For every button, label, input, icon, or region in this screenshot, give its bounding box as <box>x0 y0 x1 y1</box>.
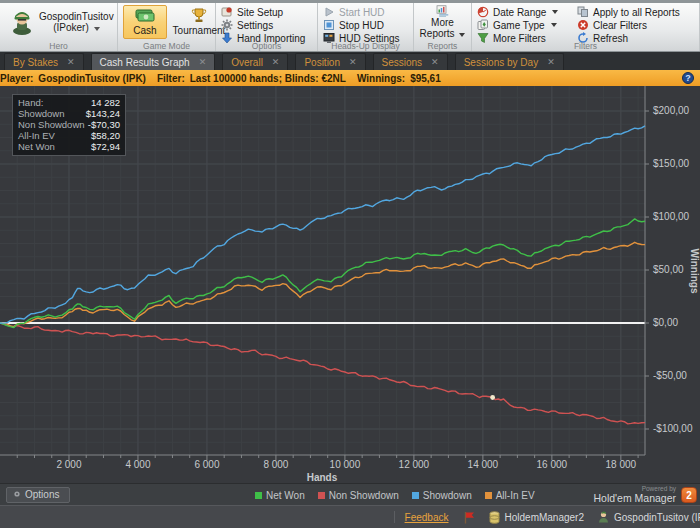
report-tab-by-stakes[interactable]: By Stakes ✕ <box>4 53 84 70</box>
svg-text:Hands: Hands <box>307 472 338 483</box>
legend-item: All-In EV <box>485 490 535 501</box>
report-tab-label: Sessions by Day <box>464 57 538 68</box>
date-range-button[interactable]: Date Range <box>477 6 567 18</box>
stop-hud-icon <box>323 19 335 31</box>
ribbon-group-label-hud: Heads-Up Display <box>318 41 413 51</box>
settings-button[interactable]: Settings <box>221 19 305 31</box>
apply-to-all-reports-button[interactable]: Apply to all Reports <box>577 6 695 18</box>
database-item[interactable]: HoldemManager2 <box>489 511 585 524</box>
legend-label: Net Won <box>266 490 305 501</box>
svg-text:6 000: 6 000 <box>194 459 219 470</box>
powered-by: Powered by Hold'em Manager <box>593 485 676 504</box>
date-range-label: Date Range <box>493 7 546 18</box>
ribbon-group-label-reports: Reports <box>414 41 471 51</box>
cash-button[interactable]: Cash <box>123 5 167 39</box>
svg-text:$200,00: $200,00 <box>653 105 690 116</box>
more-reports-label-1: More <box>431 17 454 28</box>
svg-text:2 000: 2 000 <box>56 459 81 470</box>
report-tab-overall[interactable]: Overall ✕ <box>222 53 288 70</box>
date-range-icon <box>477 6 489 18</box>
report-tab-sessions-by-day[interactable]: Sessions by Day ✕ <box>455 53 564 70</box>
hover-marker-dot <box>490 395 495 400</box>
ribbon-group-reports: More Reports Reports <box>414 3 472 51</box>
flag-item[interactable] <box>463 511 475 524</box>
tab-close-icon[interactable]: ✕ <box>67 57 75 67</box>
apply-to-all-reports-icon <box>577 6 589 18</box>
hover-stat-value: 14 282 <box>91 97 120 108</box>
hover-stats-row: Net Won $72,94 <box>18 141 120 152</box>
svg-text:$150,00: $150,00 <box>653 158 690 169</box>
brand-name: Hold'em Manager <box>593 492 676 504</box>
settings-gear-icon <box>221 19 233 31</box>
ribbon-group-label-hero: Hero <box>0 41 117 51</box>
svg-text:4 000: 4 000 <box>125 459 150 470</box>
svg-text:-$50,00: -$50,00 <box>653 370 687 381</box>
tab-close-icon[interactable]: ✕ <box>349 57 357 67</box>
hero-avatar-icon <box>9 9 35 35</box>
tab-close-icon[interactable]: ✕ <box>547 57 555 67</box>
game-type-label: Game Type <box>493 20 545 31</box>
winnings-value: $95,61 <box>410 73 441 84</box>
report-tab-cash-results-graph[interactable]: Cash Results Graph ✕ <box>91 53 216 70</box>
svg-text:$100,00: $100,00 <box>653 211 690 222</box>
more-reports-icon <box>434 5 452 17</box>
svg-text:-$100,00: -$100,00 <box>653 423 693 434</box>
hover-stats-row: Non Showdown -$70,30 <box>18 119 120 130</box>
start-hud-icon <box>323 6 335 18</box>
ribbon: GospodinTusitov (IPoker) Hero Cash <box>0 3 700 52</box>
report-tab-label: Position <box>304 57 340 68</box>
clear-filters-button[interactable]: Clear Filters <box>577 19 695 31</box>
status-user-item[interactable]: GospodinTusitov (IPoker) <box>598 511 700 523</box>
stop-hud-button[interactable]: Stop HUD <box>323 19 400 31</box>
hover-stat-value: $143,24 <box>86 108 120 119</box>
ribbon-group-label-filters: Filters <box>472 41 699 51</box>
database-name: HoldemManager2 <box>505 512 585 523</box>
hero-user-name: GospodinTusitov <box>39 11 114 22</box>
hero-caret-icon <box>94 27 100 31</box>
svg-text:$50,00: $50,00 <box>653 264 684 275</box>
feedback-label: Feedback <box>405 512 449 523</box>
help-icon[interactable]: ? <box>682 72 694 84</box>
legend-item: Showdown <box>412 490 472 501</box>
options-button[interactable]: Options <box>6 487 70 503</box>
site-setup-button[interactable]: Site Setup <box>221 6 305 18</box>
ribbon-group-filters: Date Range Game Type More <box>472 3 700 51</box>
start-hud-label: Start HUD <box>339 7 385 18</box>
cash-button-label: Cash <box>133 25 156 36</box>
legend-item: Net Won <box>255 490 305 501</box>
cash-icon <box>135 8 155 23</box>
legend-item: Non Showdown <box>318 490 399 501</box>
report-tab-label: By Stakes <box>13 57 58 68</box>
game-type-caret-icon <box>551 23 557 27</box>
player-label: Player: <box>0 73 33 84</box>
svg-text:10 000: 10 000 <box>330 459 361 470</box>
hover-stats-row: All-In EV $58,20 <box>18 130 120 141</box>
hover-stats-row: Hand: 14 282 <box>18 97 120 108</box>
report-tab-label: Overall <box>231 57 263 68</box>
report-tab-label: Sessions <box>382 57 423 68</box>
game-type-button[interactable]: Game Type <box>477 19 567 31</box>
start-hud-button[interactable]: Start HUD <box>323 6 400 18</box>
ribbon-group-label-options: Options <box>216 41 317 51</box>
hover-stat-label: Hand: <box>18 97 43 108</box>
report-tab-sessions[interactable]: Sessions ✕ <box>373 53 448 70</box>
legend-label: Showdown <box>423 490 472 501</box>
more-reports-button[interactable]: More Reports <box>419 5 466 39</box>
ribbon-group-hud: Start HUD Stop HUD HUD Settings Heads- <box>318 3 414 51</box>
tournament-trophy-icon <box>191 8 207 23</box>
report-tab-position[interactable]: Position ✕ <box>295 53 365 70</box>
report-tab-bar: By Stakes ✕ Cash Results Graph ✕ Overall… <box>0 52 700 70</box>
series-all-in-ev <box>0 242 645 327</box>
hover-stat-value: -$70,30 <box>88 119 120 130</box>
hero-button[interactable]: GospodinTusitov (IPoker) <box>5 5 118 39</box>
ribbon-group-hero: GospodinTusitov (IPoker) Hero <box>0 3 118 51</box>
legend-swatch <box>485 492 492 499</box>
svg-text:18 000: 18 000 <box>606 459 637 470</box>
tab-close-icon[interactable]: ✕ <box>431 57 439 67</box>
series-non-showdown <box>0 323 645 424</box>
apply-to-all-reports-label: Apply to all Reports <box>593 7 680 18</box>
feedback-link[interactable]: Feedback <box>405 512 449 523</box>
tab-close-icon[interactable]: ✕ <box>199 57 207 67</box>
results-graph-panel: 2 0004 0006 0008 00010 00012 00014 00016… <box>0 86 700 483</box>
tab-close-icon[interactable]: ✕ <box>272 57 280 67</box>
